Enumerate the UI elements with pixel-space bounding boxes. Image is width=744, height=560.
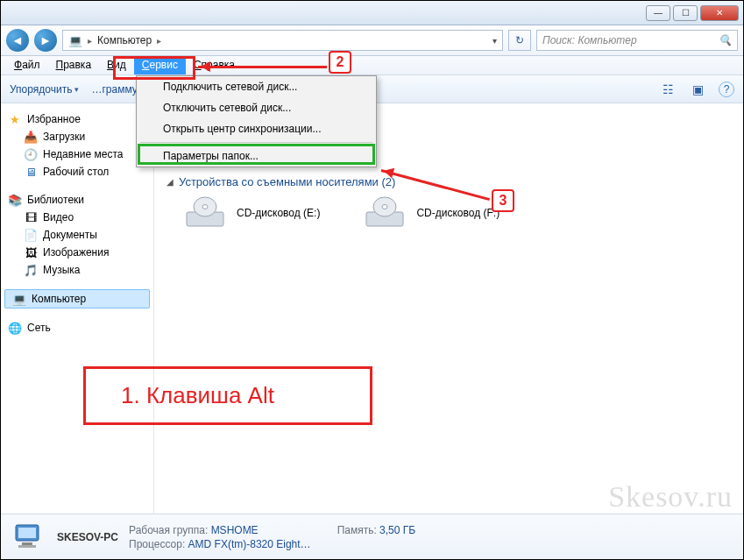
- tools-dropdown-menu: Подключить сетевой диск... Отключить сет…: [136, 75, 377, 167]
- svg-rect-8: [22, 542, 32, 545]
- svg-point-5: [382, 205, 387, 209]
- menubar: Файл Правка Вид Сервис Справка: [1, 56, 743, 75]
- organize-button[interactable]: Упорядочить▾: [10, 83, 79, 96]
- computer-icon: 💻: [12, 292, 26, 306]
- menu-view[interactable]: Вид: [99, 56, 134, 74]
- video-icon: 🎞: [24, 210, 38, 224]
- breadcrumb-text: Компьютер: [97, 34, 152, 46]
- dropdown-item-disconnect-drive[interactable]: Отключить сетевой диск...: [137, 97, 376, 118]
- maximize-button[interactable]: ☐: [673, 5, 698, 21]
- toolbar-fragment[interactable]: …грамму: [91, 83, 137, 96]
- dropdown-item-folder-options[interactable]: Параметры папок...: [137, 145, 376, 167]
- desktop-icon: 🖥: [24, 165, 38, 179]
- annotation-arrow-2: [198, 66, 327, 68]
- menu-edit[interactable]: Правка: [48, 56, 100, 74]
- drives-list: CD-дисковод (E:) CD-дисковод (F:): [184, 195, 731, 230]
- annotation-marker-2: 2: [329, 51, 351, 74]
- drive-label: CD-дисковод (F:): [416, 207, 500, 219]
- downloads-icon: 📥: [24, 130, 38, 144]
- breadcrumb-arrow-icon: ▸: [157, 36, 161, 46]
- status-cpu-val: AMD FX(tm)-8320 Eight…: [188, 538, 311, 550]
- cd-drive-icon: [364, 195, 406, 230]
- forward-button[interactable]: ►: [34, 29, 57, 52]
- svg-rect-7: [18, 528, 36, 538]
- recent-icon: 🕘: [24, 147, 38, 161]
- sidebar-favorites[interactable]: ★ Избранное: [1, 110, 153, 128]
- search-placeholder: Поиск: Компьютер: [542, 34, 637, 46]
- view-options-button[interactable]: ☷: [659, 81, 677, 98]
- navbar: ◄ ► 💻 ▸ Компьютер ▸ ▾ ↻ Поиск: Компьютер…: [1, 25, 743, 56]
- sidebar-item-desktop[interactable]: 🖥 Рабочий стол: [1, 163, 153, 181]
- status-workgroup-key: Рабочая группа:: [129, 524, 208, 536]
- libraries-icon: 📚: [8, 193, 22, 207]
- help-button[interactable]: ?: [719, 82, 734, 97]
- statusbar: SKESOV-PC Рабочая группа: MSHOME Процесс…: [1, 514, 743, 559]
- collapse-triangle-icon: ◢: [167, 177, 174, 187]
- images-icon: 🖼: [24, 245, 38, 259]
- status-cpu-key: Процессор:: [129, 538, 185, 550]
- sidebar: ★ Избранное 📥 Загрузки 🕘 Недавние места …: [1, 103, 154, 514]
- annotation-marker-3: 3: [492, 189, 514, 212]
- dropdown-separator: [140, 142, 372, 143]
- preview-pane-button[interactable]: ▣: [689, 81, 706, 98]
- status-workgroup-val: MSHOME: [211, 524, 259, 536]
- sidebar-item-computer[interactable]: 💻 Компьютер: [4, 289, 150, 308]
- cd-drive-icon: [184, 195, 226, 230]
- drive-item[interactable]: CD-дисковод (E:): [184, 195, 320, 230]
- titlebar: — ☐ ✕: [1, 1, 743, 25]
- close-button[interactable]: ✕: [700, 5, 739, 21]
- network-icon: 🌐: [8, 321, 22, 335]
- menu-file[interactable]: Файл: [6, 56, 48, 74]
- sidebar-item-network[interactable]: 🌐 Сеть: [1, 319, 153, 337]
- sidebar-libraries[interactable]: 📚 Библиотеки: [1, 191, 153, 209]
- dropdown-item-sync-center[interactable]: Открыть центр синхронизации...: [137, 118, 376, 139]
- breadcrumb[interactable]: 💻 ▸ Компьютер ▸ ▾: [62, 30, 503, 51]
- breadcrumb-dropdown-icon[interactable]: ▾: [492, 36, 497, 46]
- menu-tools[interactable]: Сервис: [134, 56, 186, 74]
- sidebar-item-video[interactable]: 🎞 Видео: [1, 209, 153, 226]
- dropdown-item-map-drive[interactable]: Подключить сетевой диск...: [137, 76, 376, 97]
- computer-icon: 💻: [68, 33, 82, 47]
- back-button[interactable]: ◄: [6, 29, 29, 52]
- annotation-step1: 1. Клавиша Alt: [83, 366, 372, 425]
- documents-icon: 📄: [24, 228, 38, 242]
- drive-item[interactable]: CD-дисковод (F:): [364, 195, 500, 230]
- drive-label: CD-дисковод (E:): [237, 207, 320, 219]
- svg-rect-9: [18, 545, 36, 548]
- sidebar-item-documents[interactable]: 📄 Документы: [1, 226, 153, 244]
- svg-point-2: [202, 205, 208, 209]
- minimize-button[interactable]: —: [646, 5, 670, 21]
- sidebar-item-images[interactable]: 🖼 Изображения: [1, 244, 153, 261]
- sidebar-item-downloads[interactable]: 📥 Загрузки: [1, 128, 153, 145]
- chevron-down-icon: ▾: [74, 85, 79, 94]
- sidebar-item-music[interactable]: 🎵 Музыка: [1, 261, 153, 279]
- refresh-button[interactable]: ↻: [508, 30, 531, 51]
- status-mem-key: Память:: [337, 524, 377, 536]
- breadcrumb-arrow-icon: ▸: [88, 36, 92, 46]
- music-icon: 🎵: [24, 263, 38, 277]
- status-mem-val: 3,50 ГБ: [379, 524, 415, 536]
- star-icon: ★: [8, 112, 22, 126]
- search-icon: 🔍: [719, 34, 732, 46]
- computer-large-icon: [11, 520, 46, 555]
- sidebar-item-recent[interactable]: 🕘 Недавние места: [1, 145, 153, 163]
- status-pc-name: SKESOV-PC: [57, 531, 118, 543]
- search-input[interactable]: Поиск: Компьютер 🔍: [536, 30, 738, 51]
